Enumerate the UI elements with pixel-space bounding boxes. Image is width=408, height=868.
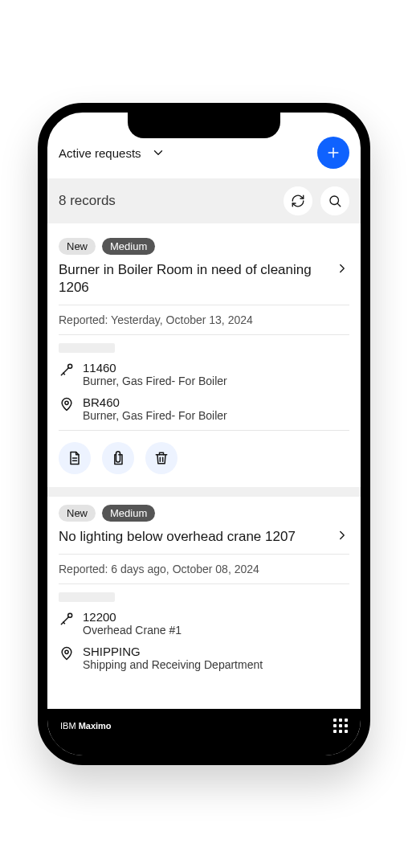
asset-desc: Burner, Gas Fired- For Boiler	[83, 375, 227, 387]
location-row: SHIPPING Shipping and Receiving Departme…	[59, 645, 349, 671]
request-list: New Medium Burner in Boiler Room in need…	[47, 223, 361, 709]
brand-ibm: IBM	[60, 721, 79, 731]
add-request-button[interactable]	[317, 137, 349, 169]
divider	[59, 305, 349, 305]
search-icon	[328, 194, 342, 208]
header-row: Active requests	[47, 113, 361, 178]
location-id: BR460	[83, 395, 227, 409]
placeholder-line	[59, 343, 115, 353]
delete-button[interactable]	[145, 442, 177, 474]
action-row	[59, 442, 349, 474]
status-badge: New	[59, 505, 96, 522]
request-title: Burner in Boiler Room in need of cleanin…	[59, 261, 327, 297]
chevron-right-icon[interactable]	[335, 528, 349, 542]
divider	[59, 583, 349, 584]
attachment-button[interactable]	[102, 442, 134, 474]
priority-badge: Medium	[102, 238, 155, 255]
location-desc: Burner, Gas Fired- For Boiler	[83, 409, 227, 422]
brand-maximo: Maximo	[79, 721, 112, 731]
asset-id: 11460	[83, 361, 227, 375]
document-icon	[67, 450, 83, 466]
svg-line-3	[337, 203, 340, 206]
asset-row: 12200 Overhead Crane #1	[59, 610, 349, 637]
divider	[59, 334, 349, 335]
badge-row: New Medium	[59, 238, 349, 255]
brand-label: IBM Maximo	[60, 721, 112, 731]
divider	[59, 554, 349, 555]
request-title: No lighting below overhead crane 1207	[59, 528, 327, 546]
divider	[59, 430, 349, 431]
plus-icon	[325, 145, 341, 161]
title-row: Burner in Boiler Room in need of cleanin…	[59, 261, 349, 297]
refresh-button[interactable]	[284, 186, 312, 215]
app-footer: IBM Maximo	[47, 709, 361, 755]
location-row: BR460 Burner, Gas Fired- For Boiler	[59, 395, 349, 422]
records-count: 8 records	[59, 193, 275, 209]
apps-button[interactable]	[333, 719, 348, 733]
location-desc: Shipping and Receiving Department	[83, 658, 263, 671]
placeholder-line	[59, 592, 115, 602]
title-dropdown[interactable]	[151, 145, 308, 160]
card-separator	[47, 487, 361, 497]
app-screen: Active requests 8 records New Medium Bur…	[47, 113, 361, 755]
phone-frame: Active requests 8 records New Medium Bur…	[38, 103, 370, 765]
search-button[interactable]	[320, 186, 349, 215]
request-card[interactable]: New Medium Burner in Boiler Room in need…	[47, 230, 361, 487]
asset-desc: Overhead Crane #1	[83, 624, 182, 637]
asset-row: 11460 Burner, Gas Fired- For Boiler	[59, 361, 349, 387]
title-row: No lighting below overhead crane 1207	[59, 528, 349, 546]
reported-date: Reported: 6 days ago, October 08, 2024	[59, 563, 349, 575]
chevron-down-icon	[151, 145, 165, 160]
page-title: Active requests	[59, 146, 141, 160]
location-icon	[59, 645, 75, 661]
chevron-right-icon[interactable]	[335, 261, 349, 276]
status-badge: New	[59, 238, 96, 255]
trash-icon	[153, 450, 169, 466]
location-icon	[59, 396, 75, 412]
svg-point-11	[65, 651, 68, 654]
document-button[interactable]	[59, 442, 91, 474]
asset-icon	[59, 611, 75, 627]
asset-id: 12200	[83, 610, 182, 624]
records-bar: 8 records	[47, 178, 361, 223]
svg-point-5	[65, 401, 68, 404]
location-id: SHIPPING	[83, 645, 263, 658]
refresh-icon	[291, 194, 305, 208]
priority-badge: Medium	[102, 505, 155, 522]
attachment-icon	[110, 450, 126, 466]
request-card[interactable]: New Medium No lighting below overhead cr…	[47, 497, 361, 684]
asset-icon	[59, 362, 75, 378]
reported-date: Reported: Yesterday, October 13, 2024	[59, 313, 349, 326]
badge-row: New Medium	[59, 505, 349, 522]
